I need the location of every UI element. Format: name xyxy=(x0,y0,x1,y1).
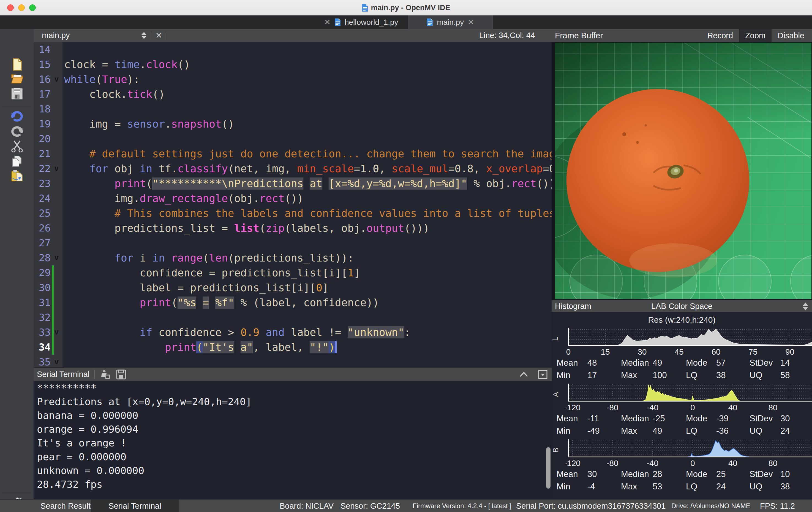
fold-arrow-icon xyxy=(51,131,62,146)
code-token: img xyxy=(89,118,115,130)
open-folder-icon[interactable] xyxy=(11,72,23,84)
stat-value: 17 xyxy=(587,370,621,380)
channel-letter: B xyxy=(552,448,560,453)
code-line: 29 confidence = predictions_list[i][1] xyxy=(34,265,552,280)
code-token: draw_rectangle xyxy=(140,192,228,205)
frame-buffer-header: Frame Buffer RecordZoomDisable xyxy=(552,29,812,42)
svg-text:80: 80 xyxy=(768,403,777,412)
code-line: 19 img = sensor.snapshot() xyxy=(34,116,552,131)
save-log-icon[interactable] xyxy=(116,370,126,379)
line-number: 14 xyxy=(34,42,51,57)
collapse-panel-icon[interactable] xyxy=(519,372,528,378)
line-number: 21 xyxy=(34,146,51,161)
record-button[interactable]: Record xyxy=(701,29,740,42)
histogram-channel-B: B-120-80-4004080Mean30Median28Mode25StDe… xyxy=(552,439,812,493)
maximize-window-button[interactable] xyxy=(29,4,36,11)
stat-value: 53 xyxy=(652,482,686,492)
code-text: label = predictions_list[i][0] xyxy=(62,280,329,295)
stat-label: StDev xyxy=(750,358,780,368)
statusbar-item[interactable]: FPS: 11.2 xyxy=(760,500,795,512)
svg-text:0: 0 xyxy=(690,459,695,468)
file-selector-spinner-icon[interactable] xyxy=(142,32,146,39)
resolution-label: Res (w:240,h:240) xyxy=(552,313,812,327)
gutter-cell: 16v xyxy=(34,72,62,87)
window-title-text: main.py - OpenMV IDE xyxy=(371,4,450,12)
stat-value: 28 xyxy=(652,469,686,479)
open-file-selector[interactable]: main.py xyxy=(42,31,70,40)
colorspace-selector[interactable]: LAB Color Space xyxy=(552,302,812,311)
zoom-button[interactable]: Zoom xyxy=(739,29,772,42)
channel-label: B xyxy=(552,439,566,468)
code-token: print xyxy=(165,341,196,353)
statusbar-item[interactable]: Sensor: GC2145 xyxy=(341,500,400,512)
close-tab-icon[interactable]: ✕ xyxy=(324,18,330,27)
gutter-cell: 19 xyxy=(34,116,62,131)
fold-arrow-icon[interactable]: v xyxy=(51,72,62,87)
statusbar-item[interactable]: Firmware Version: 4.2.4 - [ latest ] xyxy=(413,500,512,512)
tab-main[interactable]: main.py ✕ xyxy=(408,16,493,29)
code-token xyxy=(64,281,140,294)
close-editor-icon[interactable]: ✕ xyxy=(155,31,163,40)
line-number: 32 xyxy=(34,310,51,325)
changed-line-bar xyxy=(52,265,54,280)
fold-arrow-icon[interactable]: v xyxy=(51,161,62,176)
code-token xyxy=(64,252,115,264)
close-tab-icon[interactable]: ✕ xyxy=(468,18,474,27)
code-token: 0 xyxy=(316,281,322,294)
code-line: 16vwhile(True): xyxy=(34,72,552,87)
redo-icon[interactable] xyxy=(11,125,23,137)
statusbar-item[interactable]: Drive: /Volumes/NO NAME xyxy=(671,500,750,512)
copy-icon[interactable] xyxy=(11,155,23,167)
stat-value: 30 xyxy=(587,469,621,479)
close-window-button[interactable] xyxy=(7,4,14,11)
code-line: 18 xyxy=(34,102,552,116)
paste-icon[interactable] xyxy=(11,169,23,182)
code-line: 22v for obj in tf.classify(net, img, min… xyxy=(34,161,552,176)
python-file-icon xyxy=(335,18,341,26)
svg-text:60: 60 xyxy=(712,347,721,356)
code-editor[interactable]: 1415clock = time.clock()16vwhile(True):1… xyxy=(34,42,552,367)
line-number: 35 xyxy=(34,355,51,367)
stat-label: LQ xyxy=(686,482,716,492)
code-token xyxy=(64,207,115,219)
fold-arrow-icon xyxy=(51,146,62,161)
code-token: ()) xyxy=(285,192,303,205)
stat-label: LQ xyxy=(686,370,716,380)
code-token: label xyxy=(266,341,297,353)
serial-terminal-output[interactable]: **********Predictions at [x=0,y=0,w=240,… xyxy=(34,381,552,499)
terminal-scrollbar[interactable] xyxy=(546,447,551,489)
code-token xyxy=(64,267,140,279)
clear-terminal-icon[interactable] xyxy=(99,370,111,379)
code-token: obj xyxy=(115,163,140,175)
code-token: = xyxy=(177,281,190,294)
code-text: # default settings just do one detection… xyxy=(62,146,552,161)
fold-arrow-icon[interactable]: v xyxy=(51,250,62,265)
fold-arrow-icon xyxy=(51,221,62,236)
code-token xyxy=(152,326,158,339)
disable-button[interactable]: Disable xyxy=(772,29,810,42)
tab-helloworld_1[interactable]: ✕ helloworld_1.py xyxy=(318,16,404,29)
statusbar-item[interactable]: Search Results xyxy=(40,500,95,512)
code-token: range xyxy=(171,252,203,264)
minimize-window-button[interactable] xyxy=(18,4,25,11)
save-icon[interactable] xyxy=(11,87,23,100)
code-token: confidence xyxy=(158,326,228,339)
statusbar-item[interactable]: Board: NICLAV xyxy=(280,500,334,512)
new-file-icon[interactable] xyxy=(11,58,23,71)
fold-arrow-icon xyxy=(51,57,62,72)
fold-arrow-icon xyxy=(51,191,62,206)
code-token: "!" xyxy=(310,341,329,353)
statusbar-item[interactable]: Serial Port: cu.usbmodem3167376334301 xyxy=(516,500,666,512)
svg-text:45: 45 xyxy=(675,347,684,356)
fold-arrow-icon[interactable]: v xyxy=(51,355,62,367)
toolbar-sidebar xyxy=(0,29,34,499)
svg-text:-40: -40 xyxy=(646,459,659,468)
code-line: 34 print("It's a", label, "!") xyxy=(34,340,552,355)
stat-label: Max xyxy=(621,426,652,436)
gutter-cell: 24 xyxy=(34,191,62,206)
detach-panel-icon[interactable] xyxy=(538,370,548,379)
code-token: () xyxy=(222,118,234,130)
undo-icon[interactable] xyxy=(11,110,23,123)
statusbar-item[interactable]: Serial Terminal xyxy=(91,500,179,512)
cut-icon[interactable] xyxy=(11,140,23,153)
